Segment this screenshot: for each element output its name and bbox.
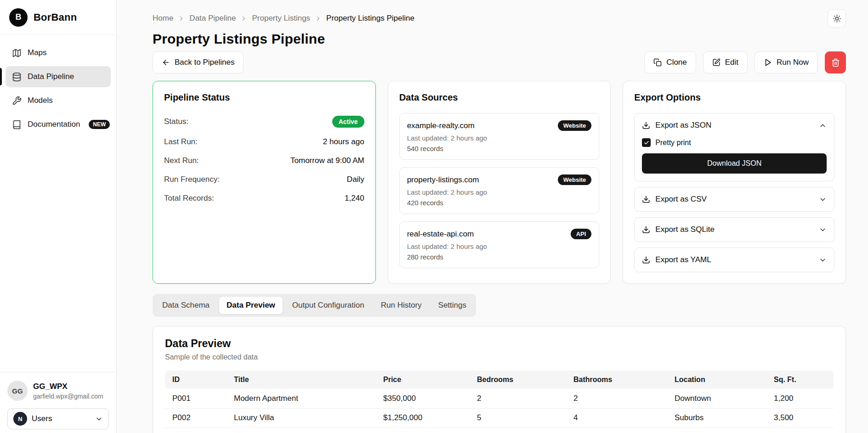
table-row: P003 Cozy Studio $180,000 1 1 City Cente…: [165, 427, 834, 433]
edit-button[interactable]: Edit: [703, 51, 748, 73]
export-yaml-toggle[interactable]: Export as YAML: [635, 248, 834, 272]
sidebar-item-data-pipeline[interactable]: Data Pipeline: [6, 66, 111, 87]
checkbox-checked-icon[interactable]: [642, 138, 651, 147]
edit-icon: [712, 58, 720, 67]
theme-toggle-button[interactable]: [828, 9, 846, 28]
export-csv-toggle[interactable]: Export as CSV: [635, 187, 834, 211]
sidebar-item-documentation[interactable]: Documentation NEW: [6, 114, 111, 135]
clone-button[interactable]: Clone: [644, 51, 696, 73]
export-csv-item: Export as CSV: [634, 187, 834, 212]
tab-data-preview[interactable]: Data Preview: [219, 296, 283, 315]
export-label: Export as YAML: [655, 255, 711, 264]
export-sqlite-item: Export as SQLite: [634, 217, 834, 242]
source-updated: Last updated: 2 hours ago: [407, 134, 592, 142]
breadcrumb-home[interactable]: Home: [153, 14, 173, 23]
breadcrumb-property-listings[interactable]: Property Listings: [252, 14, 310, 23]
source-name: real-estate-api.com: [407, 230, 474, 239]
source-type-badge: Website: [558, 120, 592, 131]
back-button-label: Back to Pipelines: [175, 58, 234, 67]
status-row: Last Run: 2 hours ago: [164, 137, 364, 146]
delete-button[interactable]: [825, 51, 846, 73]
column-header: Bathrooms: [566, 371, 667, 389]
team-avatar: N: [13, 412, 27, 426]
source-type-badge: Website: [558, 174, 592, 185]
wrench-icon: [12, 96, 22, 106]
cell: 650: [766, 427, 834, 433]
source-records: 420 records: [407, 199, 592, 207]
data-sources-title: Data Sources: [399, 92, 600, 103]
copy-icon: [653, 58, 662, 67]
main-content: Home Data Pipeline Property Listings Pro…: [117, 0, 868, 433]
export-list: Export as JSON Pretty print Download J: [634, 113, 834, 272]
cell: Suburbs: [667, 408, 766, 427]
actions-row: Back to Pipelines Clone Edit Run Now: [153, 51, 846, 73]
users-dropdown[interactable]: N Users: [7, 408, 109, 429]
data-sources-card: Data Sources example-realty.com Website …: [388, 81, 611, 284]
cell: 4: [566, 408, 667, 427]
clone-button-label: Clone: [666, 58, 686, 67]
source-item: example-realty.com Website Last updated:…: [399, 113, 600, 160]
export-json-toggle[interactable]: Export as JSON: [635, 113, 834, 137]
sidebar-item-label: Data Pipeline: [28, 72, 74, 81]
map-icon: [12, 48, 22, 58]
download-icon: [642, 121, 650, 129]
table-row: P002 Luxury Villa $1,250,000 5 4 Suburbs…: [165, 408, 834, 427]
page-title: Property Listings Pipeline: [153, 31, 846, 47]
tab-run-history[interactable]: Run History: [374, 296, 429, 315]
sidebar-item-label: Models: [28, 96, 53, 105]
sidebar-item-label: Documentation: [28, 120, 80, 129]
download-json-button[interactable]: Download JSON: [642, 153, 827, 174]
table-header-row: ID Title Price Bedrooms Bathrooms Locati…: [165, 371, 834, 389]
status-label: Next Run:: [164, 156, 199, 165]
source-item: property-listings.com Website Last updat…: [399, 167, 600, 214]
tab-settings[interactable]: Settings: [431, 296, 474, 315]
column-header: Sq. Ft.: [766, 371, 834, 389]
cell: Downtown: [667, 389, 766, 408]
source-name: example-realty.com: [407, 121, 475, 130]
back-to-pipelines-button[interactable]: Back to Pipelines: [153, 51, 244, 73]
cell: Modern Apartment: [227, 389, 376, 408]
export-label: Export as SQLite: [655, 225, 715, 234]
users-dropdown-label: Users: [32, 414, 52, 423]
export-label: Export as JSON: [655, 121, 711, 130]
pretty-print-checkbox-row[interactable]: Pretty print: [642, 138, 827, 147]
cell: P002: [165, 408, 227, 427]
sidebar-item-models[interactable]: Models: [6, 90, 111, 111]
chevron-right-icon: [240, 15, 247, 22]
user-email: garfield.wpx@gmail.com: [33, 393, 103, 400]
topbar: Home Data Pipeline Property Listings Pro…: [153, 9, 846, 28]
status-badge: Active: [332, 116, 364, 128]
play-icon: [764, 58, 772, 67]
breadcrumb-data-pipeline[interactable]: Data Pipeline: [189, 14, 236, 23]
data-preview-title: Data Preview: [165, 337, 834, 350]
chevron-up-icon: [819, 122, 827, 129]
status-row: Next Run: Tomorrow at 9:00 AM: [164, 156, 364, 165]
sidebar-item-label: Maps: [28, 48, 47, 57]
chevron-down-icon: [819, 256, 827, 264]
pipeline-status-title: Pipeline Status: [164, 92, 364, 103]
status-value: Daily: [347, 175, 364, 184]
cell: 2: [470, 389, 566, 408]
run-now-button[interactable]: Run Now: [755, 51, 818, 73]
sidebar-nav: Maps Data Pipeline Models Documentation …: [0, 35, 116, 142]
user-row: GG GG_WPX garfield.wpx@gmail.com: [7, 381, 109, 401]
cell: P001: [165, 389, 227, 408]
arrow-left-icon: [162, 58, 170, 67]
cell: 1: [470, 427, 566, 433]
export-sqlite-toggle[interactable]: Export as SQLite: [635, 218, 834, 242]
tab-data-schema[interactable]: Data Schema: [155, 296, 217, 315]
source-records: 280 records: [407, 253, 592, 261]
cell: 1,200: [766, 389, 834, 408]
cell: 1: [566, 427, 667, 433]
export-json-item: Export as JSON Pretty print Download J: [634, 113, 834, 181]
cell: 5: [470, 408, 566, 427]
data-preview-card: Data Preview Sample of the collected dat…: [153, 326, 846, 433]
status-value: 1,240: [345, 194, 364, 203]
table-row: P001 Modern Apartment $350,000 2 2 Downt…: [165, 389, 834, 408]
sidebar-item-maps[interactable]: Maps: [6, 42, 111, 63]
data-preview-table: ID Title Price Bedrooms Bathrooms Locati…: [165, 371, 834, 433]
source-item: real-estate-api.com API Last updated: 2 …: [399, 221, 600, 268]
source-records: 540 records: [407, 145, 592, 152]
tab-output-configuration[interactable]: Output Configuration: [285, 296, 372, 315]
sidebar-user-section: GG GG_WPX garfield.wpx@gmail.com N Users: [0, 372, 116, 433]
